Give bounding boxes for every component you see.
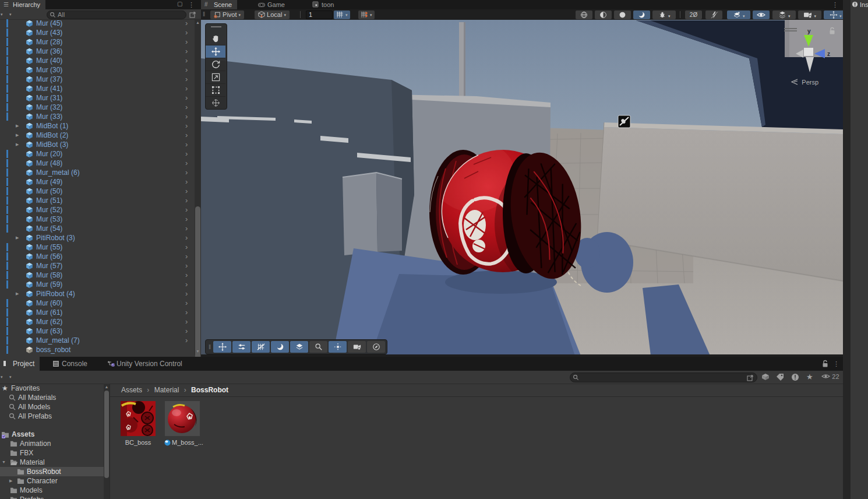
gizmo-cube[interactable] — [804, 48, 813, 56]
tree-row-prefabs[interactable]: Prefabs — [0, 495, 104, 499]
chevron-right-icon[interactable]: › — [185, 93, 188, 102]
hierarchy-row[interactable]: Mur (32)› — [0, 103, 194, 112]
tree-row-all-models[interactable]: All Models — [0, 402, 104, 412]
projection-toggle[interactable]: Persp — [791, 78, 818, 86]
chevron-right-icon[interactable]: › — [185, 270, 188, 279]
grid-visibility-button[interactable] — [252, 341, 270, 353]
axis-gizmo[interactable]: y z — [796, 28, 838, 77]
move-overlay-button[interactable] — [213, 341, 231, 353]
hierarchy-search-input[interactable]: All — [47, 10, 186, 19]
scroll-down-icon[interactable]: ▼ — [195, 349, 201, 353]
scroll-up-icon[interactable]: ▲ — [104, 385, 110, 389]
expand-icon[interactable]: ▶ — [16, 140, 19, 149]
hierarchy-row[interactable]: Mur (51)› — [0, 196, 194, 205]
expand-closed-icon[interactable]: ▶ — [9, 476, 12, 486]
unlock-icon[interactable] — [828, 27, 836, 35]
toolbar-handle[interactable]: ‖ — [203, 11, 205, 17]
overlays-dropdown[interactable]: ▾ — [727, 10, 750, 19]
hierarchy-row[interactable]: Mur (31)› — [0, 93, 194, 103]
open-search-window-icon[interactable] — [189, 11, 196, 18]
transform-tool-button[interactable] — [206, 97, 225, 109]
hierarchy-row[interactable]: Mur (59)› — [0, 280, 194, 289]
hierarchy-row[interactable]: Mur (41)› — [0, 84, 194, 93]
favorite-star-icon[interactable]: ★ — [806, 373, 813, 381]
chevron-right-icon[interactable]: › — [185, 140, 188, 149]
breadcrumb-bossrobot[interactable]: BossRobot — [191, 386, 228, 394]
chevron-right-icon[interactable]: › — [185, 289, 188, 298]
hierarchy-row[interactable]: Mur (30)› — [0, 65, 194, 75]
scene-viewport[interactable]: ‖ y — [201, 20, 843, 356]
hierarchy-row[interactable]: Mur (58)› — [0, 270, 194, 280]
hierarchy-row[interactable]: Mur (43)› — [0, 28, 194, 37]
wireframe-mode-button[interactable] — [595, 10, 612, 19]
search-overlay-button[interactable] — [309, 341, 327, 353]
x-axis-cone[interactable] — [796, 50, 803, 58]
hierarchy-row[interactable]: ▶MidBot (2)› — [0, 131, 194, 140]
hierarchy-row[interactable]: Mur (49)› — [0, 177, 194, 187]
chevron-right-icon[interactable]: › — [185, 65, 188, 74]
expand-icon[interactable]: ▶ — [16, 121, 19, 131]
chevron-right-icon[interactable]: › — [185, 37, 188, 46]
tree-row-material[interactable]: ▼ Material — [0, 458, 104, 467]
chevron-right-icon[interactable]: › — [185, 224, 188, 233]
chevron-right-icon[interactable]: › — [185, 149, 188, 158]
chevron-right-icon[interactable]: › — [185, 56, 188, 65]
hierarchy-row[interactable]: Mur (61)› — [0, 308, 194, 317]
hierarchy-row[interactable]: Mur (57)› — [0, 261, 194, 270]
chevron-right-icon[interactable]: › — [185, 215, 188, 223]
project-menu-icon[interactable]: ⋮ — [833, 359, 839, 368]
overlay-drag-handle[interactable]: ‖ — [209, 344, 211, 350]
asset-bc-boss[interactable]: BC_boss — [120, 401, 156, 446]
scene-2d-toggle[interactable]: 2Ø — [685, 10, 702, 19]
pivot-mode-dropdown[interactable]: Pivot ▾ — [210, 10, 244, 19]
tree-row-all-prefabs[interactable]: All Prefabs — [0, 412, 104, 421]
asset-m-boss[interactable]: M_boss_... — [164, 401, 200, 446]
chevron-right-icon[interactable]: › — [185, 177, 188, 186]
unlit-mode-button[interactable] — [614, 10, 631, 19]
chevron-right-icon[interactable]: › — [185, 84, 188, 93]
chevron-right-icon[interactable]: › — [185, 205, 188, 214]
fx-toggle[interactable] — [705, 10, 722, 19]
tab-unity-version-control[interactable]: Unity Version Control — [104, 357, 188, 371]
chevron-right-icon[interactable]: › — [185, 336, 188, 345]
light-gizmo-icon[interactable] — [618, 115, 630, 128]
tree-row-bossrobot[interactable]: BossRobot — [0, 467, 104, 476]
z-axis-cone[interactable] — [814, 49, 825, 58]
chevron-right-icon[interactable]: › — [185, 280, 188, 289]
hierarchy-row[interactable]: ▶MidBot (1)› — [0, 121, 194, 131]
chevron-right-icon[interactable]: › — [185, 121, 188, 130]
chevron-right-icon[interactable]: › — [185, 243, 188, 251]
hierarchy-row[interactable]: Mur (48)› — [0, 159, 194, 168]
chevron-right-icon[interactable]: › — [185, 19, 188, 27]
tree-row-models[interactable]: Models — [0, 486, 104, 495]
project-search-input[interactable] — [570, 373, 757, 382]
chevron-right-icon[interactable]: › — [185, 326, 188, 335]
tree-row-favorites[interactable]: ★ Favorites — [0, 384, 104, 393]
chevron-right-icon[interactable]: › — [185, 75, 188, 83]
create-dropdown-icon[interactable]: ▾ — [1, 12, 3, 17]
tree-scroll-thumb[interactable] — [104, 391, 109, 478]
scroll-up-icon[interactable]: ▲ — [195, 20, 201, 24]
chevron-right-icon[interactable]: › — [185, 317, 188, 326]
tab-console[interactable]: Console — [49, 357, 93, 371]
compass-overlay-button[interactable] — [367, 341, 385, 353]
tree-row-animation[interactable]: Animation — [0, 439, 104, 448]
overlay-drag-handle[interactable] — [784, 28, 797, 31]
hierarchy-row[interactable]: Mur (62)› — [0, 317, 194, 326]
tab-toon[interactable]: toon — [309, 0, 339, 9]
create-asset-dropdown-icon[interactable]: ▾ — [1, 375, 3, 379]
hierarchy-menu-icon[interactable]: ⋮ — [188, 0, 195, 9]
chevron-right-icon[interactable]: › — [185, 187, 188, 195]
hierarchy-scroll-thumb[interactable] — [195, 206, 200, 359]
tree-divider[interactable] — [110, 384, 110, 499]
handle-space-dropdown[interactable]: Local ▾ — [255, 10, 290, 19]
rotate-tool-button[interactable] — [206, 58, 225, 71]
hierarchy-row[interactable]: Mur (53)› — [0, 215, 194, 224]
hierarchy-row[interactable]: Mur (28)› — [0, 37, 194, 47]
layers-overlay-button[interactable] — [290, 341, 308, 353]
move-tool-button[interactable] — [206, 45, 225, 58]
breadcrumb-material[interactable]: Material — [154, 386, 179, 394]
scale-tool-button[interactable] — [206, 71, 225, 84]
expand-icon[interactable]: ▶ — [16, 131, 19, 140]
hierarchy-row[interactable]: Mur (56)› — [0, 252, 194, 261]
